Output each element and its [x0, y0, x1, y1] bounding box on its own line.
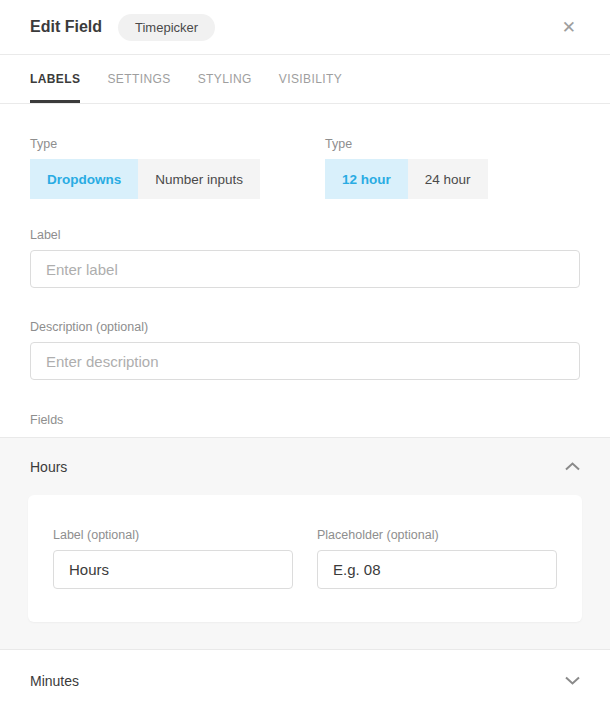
tab-visibility[interactable]: VISIBILITY [279, 55, 342, 103]
type-row: Type Dropdowns Number inputs Type 12 hou… [30, 137, 580, 199]
hours-section-header[interactable]: Hours [0, 438, 610, 495]
close-icon[interactable]: ✕ [558, 15, 580, 40]
minutes-section: Minutes [0, 650, 610, 706]
label-field-group: Label [30, 228, 580, 288]
hours-placeholder-field-label: Placeholder (optional) [317, 528, 557, 542]
field-type-badge: Timepicker [118, 14, 215, 41]
description-field-group: Description (optional) [30, 320, 580, 380]
chevron-down-icon [565, 676, 580, 685]
hour-format-option-24-hour[interactable]: 24 hour [408, 159, 488, 199]
picker-type-segmented-control: Dropdowns Number inputs [30, 159, 260, 199]
hours-label-col: Label (optional) [53, 528, 293, 589]
labels-tab-content: Type Dropdowns Number inputs Type 12 hou… [0, 104, 610, 437]
hours-settings-card: Label (optional) Placeholder (optional) [28, 495, 582, 622]
description-field-label: Description (optional) [30, 320, 580, 334]
tab-styling[interactable]: STYLING [198, 55, 252, 103]
fields-section-label: Fields [30, 413, 580, 437]
edit-field-modal: { "header": { "title": "Edit Field", "ba… [0, 0, 610, 706]
hours-section: Hours Label (optional) Placeholder (opti… [0, 437, 610, 650]
hour-format-segmented-control: 12 hour 24 hour [325, 159, 488, 199]
picker-type-option-number-inputs[interactable]: Number inputs [138, 159, 260, 199]
chevron-up-icon [565, 462, 580, 471]
minutes-section-title: Minutes [30, 673, 79, 689]
label-input[interactable] [30, 250, 580, 288]
hours-section-title: Hours [30, 459, 67, 475]
modal-header: Edit Field Timepicker ✕ [0, 0, 610, 55]
modal-title: Edit Field [30, 18, 102, 36]
picker-type-option-dropdowns[interactable]: Dropdowns [30, 159, 138, 199]
minutes-section-header[interactable]: Minutes [0, 650, 610, 706]
label-field-label: Label [30, 228, 580, 242]
hour-format-option-12-hour[interactable]: 12 hour [325, 159, 408, 199]
hours-label-field-label: Label (optional) [53, 528, 293, 542]
picker-type-label: Type [30, 137, 260, 151]
hours-placeholder-col: Placeholder (optional) [317, 528, 557, 589]
description-input[interactable] [30, 342, 580, 380]
picker-type-group: Type Dropdowns Number inputs [30, 137, 260, 199]
tab-labels[interactable]: LABELS [30, 55, 80, 103]
hours-placeholder-input[interactable] [317, 550, 557, 589]
tab-settings[interactable]: SETTINGS [107, 55, 170, 103]
hour-format-label: Type [325, 137, 488, 151]
tab-bar: LABELS SETTINGS STYLING VISIBILITY [0, 55, 610, 104]
hour-format-group: Type 12 hour 24 hour [325, 137, 488, 199]
hours-label-input[interactable] [53, 550, 293, 589]
